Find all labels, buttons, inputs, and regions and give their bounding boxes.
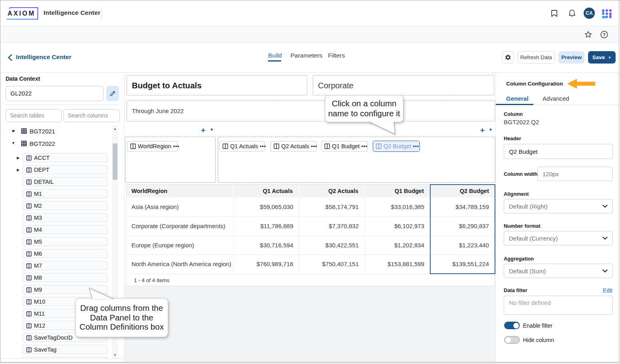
svg-text:?: ? (603, 32, 606, 37)
